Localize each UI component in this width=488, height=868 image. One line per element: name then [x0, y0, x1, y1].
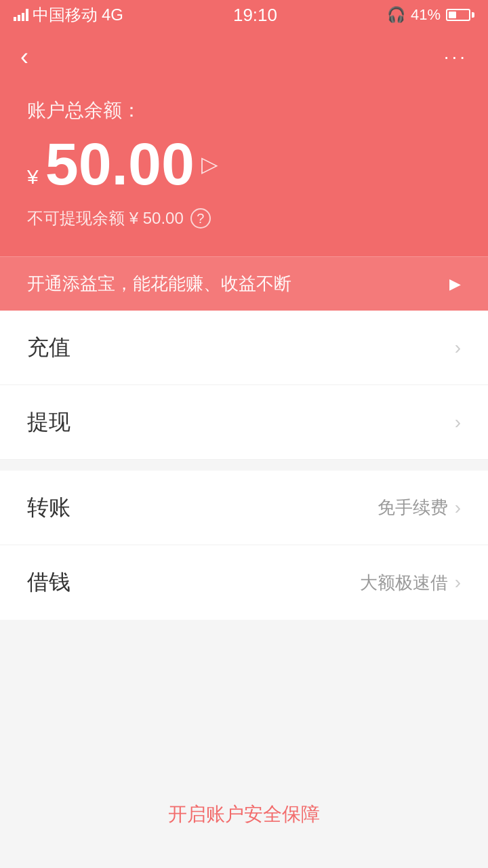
signal-icon — [14, 9, 28, 21]
carrier-label: 中国移动 — [33, 4, 98, 26]
chevron-right-icon: › — [455, 412, 461, 433]
borrow-label: 借钱 — [27, 568, 70, 597]
balance-section: 账户总余额： ¥ 50.00 ▷ 不可提现余额 ¥ 50.00 ? — [0, 84, 488, 256]
header: ‹ ··· — [0, 30, 488, 84]
menu-section: 充值 › 提现 › 转账 免手续费 › 借钱 大额极速借 › — [0, 311, 488, 620]
security-link[interactable]: 开启账户安全保障 — [168, 804, 320, 825]
chevron-right-icon: › — [455, 497, 461, 519]
status-right: 🎧 41% — [387, 6, 474, 24]
balance-amount-row: ¥ 50.00 ▷ — [27, 134, 461, 194]
menu-item-transfer[interactable]: 转账 免手续费 › — [0, 471, 488, 545]
menu-item-withdraw[interactable]: 提现 › — [0, 385, 488, 460]
withdraw-right: › — [455, 412, 461, 433]
borrow-right: 大额极速借 › — [360, 571, 461, 595]
recharge-right: › — [455, 337, 461, 359]
recharge-label: 充值 — [27, 333, 70, 363]
non-withdrawable-row: 不可提现余额 ¥ 50.00 ? — [27, 208, 461, 229]
borrow-subtitle: 大额极速借 — [360, 571, 448, 595]
transfer-right: 免手续费 › — [378, 496, 461, 519]
more-button[interactable]: ··· — [444, 46, 468, 68]
footer: 开启账户安全保障 — [0, 802, 488, 827]
status-bar: 中国移动 4G 19:10 🎧 41% — [0, 0, 488, 30]
detail-arrow[interactable]: ▷ — [201, 151, 218, 177]
help-icon[interactable]: ? — [190, 208, 211, 229]
chevron-right-icon: › — [455, 572, 461, 593]
battery-percent: 41% — [411, 6, 441, 24]
balance-amount: 50.00 — [45, 134, 195, 194]
time-label: 19:10 — [233, 5, 277, 26]
network-label: 4G — [102, 5, 123, 24]
currency-symbol: ¥ — [27, 165, 39, 194]
balance-label: 账户总余额： — [27, 98, 461, 123]
transfer-label: 转账 — [27, 493, 70, 523]
headphone-icon: 🎧 — [387, 6, 405, 24]
banner-arrow: ▶ — [449, 275, 461, 293]
battery-icon — [446, 9, 474, 21]
banner-text: 开通添益宝，能花能赚、收益不断 — [27, 272, 443, 296]
menu-item-recharge[interactable]: 充值 › — [0, 311, 488, 385]
status-left: 中国移动 4G — [14, 4, 123, 26]
group-divider — [0, 460, 488, 471]
non-withdrawable-label: 不可提现余额 ¥ 50.00 — [27, 208, 184, 229]
menu-item-borrow[interactable]: 借钱 大额极速借 › — [0, 545, 488, 620]
back-button[interactable]: ‹ — [20, 45, 28, 69]
banner[interactable]: 开通添益宝，能花能赚、收益不断 ▶ — [0, 256, 488, 311]
withdraw-label: 提现 — [27, 408, 70, 437]
transfer-subtitle: 免手续费 — [378, 496, 448, 519]
chevron-right-icon: › — [455, 337, 461, 359]
